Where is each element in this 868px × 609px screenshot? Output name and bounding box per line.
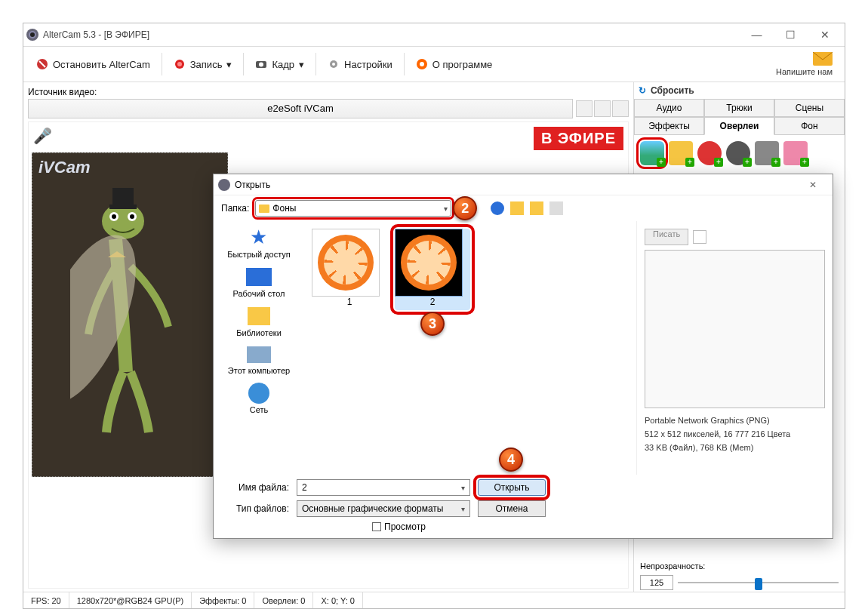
place-libraries[interactable]: Библиотеки <box>236 304 282 337</box>
annotation-marker: 4 <box>499 448 523 472</box>
filename-input[interactable]: 2 ▾ <box>297 479 470 496</box>
camera-feed[interactable]: iVCam <box>32 152 228 477</box>
chevron-down-icon: ▾ <box>461 505 465 513</box>
preview-panel: Писать Portable Network Graphics (PNG) 5… <box>636 221 833 475</box>
edit-icon[interactable] <box>693 230 706 244</box>
microphone-icon[interactable]: 🎤 <box>33 127 52 145</box>
folder-combo[interactable]: Фоны ▾ <box>255 200 451 217</box>
dialog-close-button[interactable]: ✕ <box>798 180 828 190</box>
minimize-button[interactable]: — <box>740 24 774 45</box>
add-cctv-overlay-button[interactable]: + <box>755 141 779 165</box>
file-list: 1 2 3 <box>304 221 636 475</box>
file-item[interactable]: 2 3 <box>395 229 470 310</box>
tab-effects[interactable]: Эффекты <box>634 117 704 135</box>
add-face-overlay-button[interactable]: + <box>697 141 722 165</box>
new-folder-icon[interactable] <box>530 201 543 215</box>
mail-link[interactable]: Напишите нам <box>776 52 840 76</box>
ivcam-watermark: iVCam <box>38 158 90 177</box>
app-icon <box>26 29 38 41</box>
svg-point-2 <box>177 62 182 66</box>
tab-overlays[interactable]: Оверлеи <box>704 117 774 135</box>
open-dialog: Открыть ✕ Папка: Фоны ▾ 2 ★Быстрый досту… <box>213 174 833 539</box>
svg-rect-11 <box>112 188 134 206</box>
titlebar: AlterCam 5.3 - [В ЭФИРЕ] — ☐ ✕ <box>23 23 845 46</box>
stop-icon <box>36 58 48 70</box>
filename-label: Имя файла: <box>221 482 289 493</box>
about-button[interactable]: О программе <box>408 54 501 74</box>
status-bar: FPS: 20 1280x720*@RGB24 GPU(P) Эффекты: … <box>23 592 845 608</box>
svg-point-16 <box>130 214 134 219</box>
side-tabs: Аудио Трюки Сцены Эффекты Оверлеи Фон <box>634 99 845 135</box>
gear-icon[interactable] <box>594 100 611 117</box>
record-button[interactable]: Запись ▾ <box>165 54 241 74</box>
tab-scenes[interactable]: Сцены <box>774 99 845 117</box>
crop-icon[interactable] <box>576 100 593 117</box>
folder-label: Папка: <box>221 203 249 214</box>
svg-point-14 <box>112 214 116 219</box>
frame-button[interactable]: Кадр ▾ <box>247 54 312 74</box>
app-icon <box>218 179 230 191</box>
toolbar: Остановить AlterCam Запись ▾ Кадр ▾ Наст… <box>23 46 845 82</box>
tab-tricks[interactable]: Трюки <box>704 99 774 117</box>
file-item[interactable]: 1 <box>312 229 387 307</box>
up-icon[interactable] <box>510 201 524 215</box>
source-label: Источник видео: <box>28 85 629 99</box>
maximize-button[interactable]: ☐ <box>774 24 808 45</box>
tab-background[interactable]: Фон <box>774 117 845 135</box>
add-image-overlay-button[interactable]: + <box>640 141 664 165</box>
filetype-label: Тип файлов: <box>221 503 289 514</box>
gear-icon <box>328 58 340 70</box>
chevron-down-icon: ▾ <box>461 484 465 492</box>
dialog-title: Открыть <box>235 180 270 190</box>
add-text-overlay-button[interactable]: + <box>669 141 693 165</box>
filetype-select[interactable]: Основные графические форматы ▾ <box>297 500 470 517</box>
cancel-button[interactable]: Отмена <box>478 500 546 517</box>
svg-point-4 <box>259 63 263 67</box>
add-webcam-overlay-button[interactable]: + <box>726 141 750 165</box>
stop-button[interactable]: Остановить AlterCam <box>28 54 159 74</box>
write-button[interactable]: Писать <box>645 229 688 245</box>
camera-icon <box>255 58 267 70</box>
source-select[interactable]: e2eSoft iVCam <box>28 99 573 118</box>
place-quickaccess[interactable]: ★Быстрый доступ <box>227 226 291 259</box>
reset-button[interactable]: ↻ Сбросить <box>634 82 845 99</box>
views-icon[interactable] <box>549 201 563 215</box>
open-button[interactable]: Открыть <box>478 479 546 496</box>
folder-icon <box>259 205 269 213</box>
status-fps: FPS: 20 <box>23 592 69 608</box>
status-overlays: Оверлеи: 0 <box>254 592 313 608</box>
preview-box <box>645 250 825 408</box>
opacity-slider[interactable] <box>678 575 839 590</box>
opacity-label: Непрозрачность: <box>634 558 845 574</box>
place-desktop[interactable]: Рабочий стол <box>232 265 285 298</box>
status-coords: X: 0; Y: 0 <box>313 592 362 608</box>
overlay-toolbar: + + + + + + <box>634 135 845 171</box>
reset-icon: ↻ <box>639 85 646 96</box>
places-bar: ★Быстрый доступ Рабочий стол Библиотеки … <box>214 221 304 475</box>
annotation-marker: 3 <box>420 312 445 336</box>
lifebuoy-icon <box>416 58 428 70</box>
annotation-marker: 2 <box>453 196 477 220</box>
refresh-icon[interactable] <box>612 100 629 117</box>
status-effects: Эффекты: 0 <box>192 592 254 608</box>
back-icon[interactable] <box>491 201 504 215</box>
add-person-overlay-button[interactable]: + <box>783 141 808 165</box>
place-thispc[interactable]: Этот компьютер <box>228 343 290 375</box>
svg-rect-12 <box>109 205 137 209</box>
chevron-down-icon: ▾ <box>444 205 448 213</box>
opacity-input[interactable] <box>640 575 673 590</box>
status-resolution: 1280x720*@RGB24 GPU(P) <box>69 592 192 608</box>
preview-checkbox[interactable]: Просмотр <box>372 521 825 532</box>
mail-icon <box>813 52 833 66</box>
place-network[interactable]: Сеть <box>248 381 269 414</box>
svg-point-8 <box>420 62 424 66</box>
preview-size: 33 KB (Файл), 768 KB (Mem) <box>645 443 825 452</box>
preview-dims: 512 x 512 пикселей, 16 777 216 Цвета <box>645 429 825 438</box>
live-badge: В ЭФИРЕ <box>534 127 623 150</box>
close-button[interactable]: ✕ <box>808 24 842 45</box>
settings-button[interactable]: Настройки <box>319 54 401 74</box>
window-title: AlterCam 5.3 - [В ЭФИРЕ] <box>43 29 149 40</box>
svg-point-6 <box>332 63 335 66</box>
preview-format: Portable Network Graphics (PNG) <box>645 416 825 425</box>
tab-audio[interactable]: Аудио <box>634 99 704 117</box>
